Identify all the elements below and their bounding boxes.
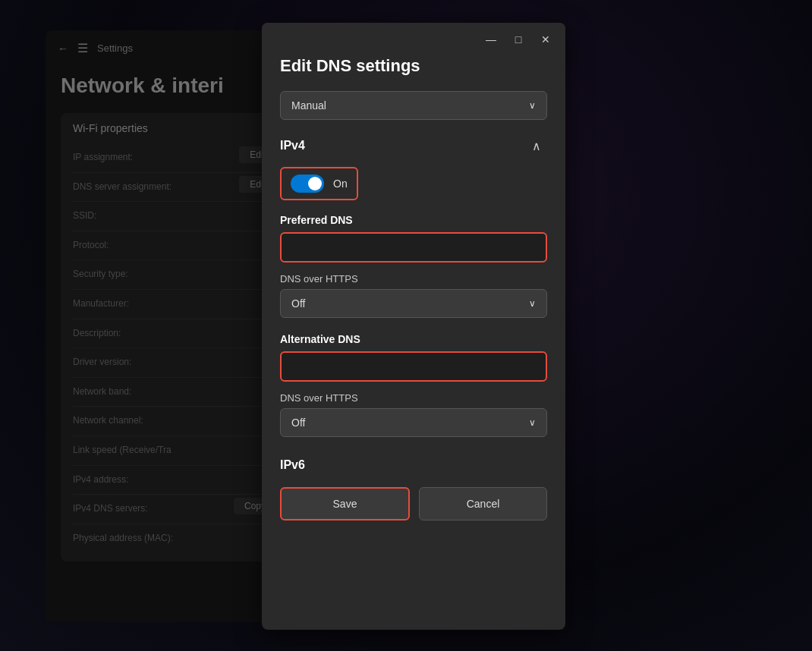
- doh-selected-2: Off: [291, 417, 305, 429]
- doh-dropdown-2[interactable]: Off ∨: [280, 408, 547, 437]
- cancel-button[interactable]: Cancel: [419, 487, 547, 520]
- preferred-dns-label: Preferred DNS: [280, 214, 547, 226]
- close-button[interactable]: ✕: [535, 29, 556, 50]
- toggle-knob: [308, 177, 322, 190]
- dialog-footer: Save Cancel: [280, 487, 547, 520]
- dns-type-selected: Manual: [291, 99, 326, 112]
- ipv4-toggle-row: On: [280, 167, 358, 200]
- maximize-button[interactable]: □: [508, 29, 529, 50]
- dialog-titlebar: — □ ✕: [262, 23, 565, 56]
- dialog-title: Edit DNS settings: [280, 56, 547, 76]
- edit-dns-dialog: — □ ✕ Edit DNS settings Manual ∨ IPv4 ∧: [262, 23, 565, 630]
- doh-selected-1: Off: [291, 297, 305, 310]
- doh-label-2: DNS over HTTPS: [280, 392, 547, 404]
- doh-chevron-icon-1: ∨: [529, 298, 536, 309]
- ipv4-title: IPv4: [280, 139, 305, 153]
- preferred-dns-input[interactable]: [280, 232, 547, 263]
- chevron-up-icon: ∧: [532, 139, 541, 153]
- doh-dropdown-1[interactable]: Off ∨: [280, 289, 547, 318]
- alt-dns-title: Alternative DNS: [280, 333, 547, 345]
- alternative-dns-section: Alternative DNS DNS over HTTPS Off ∨: [280, 333, 547, 437]
- ipv4-section-header: IPv4 ∧: [280, 135, 547, 156]
- ipv4-section: IPv4 ∧ On Preferred DNS DNS over HTTPS O…: [280, 135, 547, 318]
- dns-type-dropdown[interactable]: Manual ∨: [280, 91, 547, 120]
- doh-chevron-icon-2: ∨: [529, 417, 536, 428]
- dialog-body: Edit DNS settings Manual ∨ IPv4 ∧ On P: [262, 56, 565, 625]
- alt-dns-input[interactable]: [280, 351, 547, 382]
- dropdown-chevron-icon: ∨: [529, 100, 536, 111]
- ipv4-toggle[interactable]: [291, 175, 324, 193]
- ipv4-collapse-button[interactable]: ∧: [526, 135, 547, 156]
- ipv6-title: IPv6: [280, 452, 547, 472]
- toggle-label: On: [333, 178, 348, 190]
- doh-label-1: DNS over HTTPS: [280, 273, 547, 285]
- minimize-button[interactable]: —: [480, 29, 502, 50]
- save-button[interactable]: Save: [280, 487, 410, 520]
